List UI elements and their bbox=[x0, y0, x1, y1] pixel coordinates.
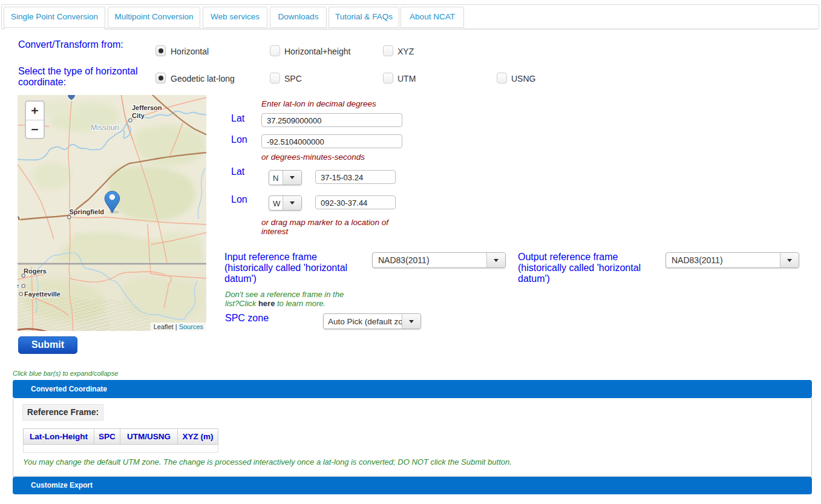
svg-text:Rogers: Rogers bbox=[24, 267, 47, 275]
svg-text:n: n bbox=[18, 214, 20, 221]
svg-text:Jefferson: Jefferson bbox=[132, 104, 162, 111]
svg-text:e: e bbox=[18, 282, 19, 289]
svg-text:Springfield: Springfield bbox=[70, 208, 104, 215]
svg-text:City: City bbox=[132, 112, 145, 119]
svg-text:Fayetteville: Fayetteville bbox=[24, 290, 61, 298]
svg-text:Missouri: Missouri bbox=[91, 123, 119, 132]
